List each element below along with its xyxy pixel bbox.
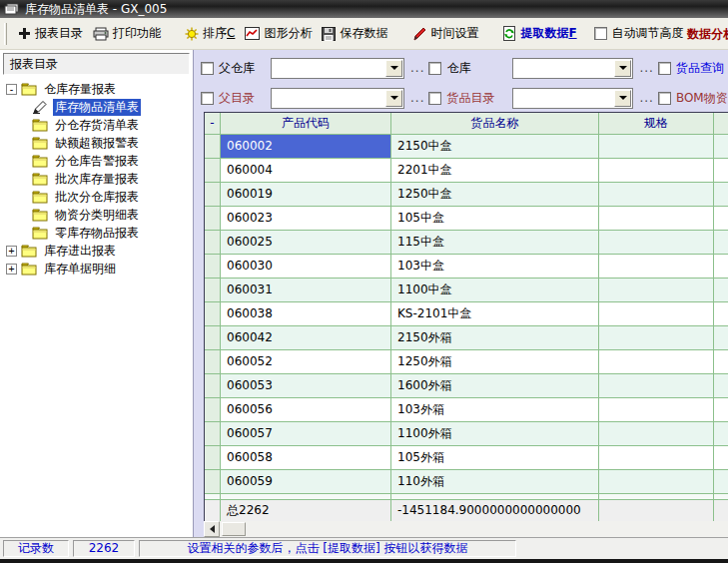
- warehouse-checkbox[interactable]: [428, 62, 441, 75]
- cell-spec[interactable]: [599, 326, 714, 350]
- cell-goods-name[interactable]: 103中盒: [391, 255, 599, 279]
- toolbar-grip[interactable]: [4, 23, 7, 45]
- auto-height-checkbox[interactable]: [594, 27, 607, 40]
- cell-spec[interactable]: [599, 135, 714, 159]
- cell-product-code[interactable]: 060002: [221, 135, 391, 159]
- goods-catalog-combo[interactable]: [512, 88, 633, 109]
- auto-height-checkbox-group[interactable]: 自动调节高度: [590, 22, 688, 45]
- cell-product-code[interactable]: 060052: [221, 350, 391, 374]
- combo-dropdown-button[interactable]: [614, 90, 631, 107]
- cell-goods-name[interactable]: 2201中盒: [391, 159, 599, 183]
- tree-leaf[interactable]: 零库存物品报表: [0, 224, 193, 242]
- tree-leaf-label[interactable]: 分仓存货清单表: [53, 117, 141, 134]
- warehouse-more-button[interactable]: ...: [639, 61, 653, 75]
- cell-goods-name[interactable]: 105外箱: [391, 446, 599, 470]
- collapse-icon[interactable]: -: [6, 84, 17, 95]
- tree-leaf-label[interactable]: 零库存物品报表: [53, 225, 141, 242]
- tree-node[interactable]: +库存单据明细: [0, 260, 193, 278]
- save-data-button[interactable]: 保存数据: [317, 22, 392, 45]
- cell-product-code[interactable]: 060004: [221, 159, 391, 183]
- tree-node-label[interactable]: 仓库存量报表: [42, 81, 118, 98]
- cell-spec[interactable]: [599, 207, 714, 231]
- cell-goods-name[interactable]: 103外箱: [391, 398, 599, 422]
- column-header-goods-name[interactable]: 货品名称: [391, 113, 599, 135]
- column-header-spec[interactable]: 规格: [599, 113, 714, 135]
- parent-warehouse-checkbox[interactable]: [201, 62, 214, 75]
- combo-dropdown-button[interactable]: [385, 90, 402, 107]
- cell-goods-name[interactable]: 105中盒: [391, 207, 599, 231]
- tree-node-label[interactable]: 库存单据明细: [42, 261, 118, 278]
- cell-spec[interactable]: [599, 446, 714, 470]
- tree-node[interactable]: -仓库存量报表: [0, 80, 193, 98]
- tree-leaf[interactable]: 批次分仓库报表: [0, 188, 193, 206]
- time-settings-button[interactable]: 时间设置: [406, 22, 483, 45]
- data-analysis-label[interactable]: 数据分析: [687, 26, 728, 43]
- tree-leaf-label[interactable]: 缺额超额报警表: [53, 135, 141, 152]
- cell-product-code[interactable]: 060025: [221, 231, 391, 255]
- tree-leaf[interactable]: 分仓库告警报表: [0, 152, 193, 170]
- parent-catalog-checkbox[interactable]: [201, 92, 214, 105]
- cell-product-code[interactable]: 060057: [221, 422, 391, 446]
- cell-goods-name[interactable]: 2150中盒: [391, 135, 599, 159]
- cell-product-code[interactable]: 060056: [221, 398, 391, 422]
- parent-warehouse-combo[interactable]: [271, 58, 404, 79]
- cell-spec[interactable]: [599, 374, 714, 398]
- tree-node-label[interactable]: 库存进出报表: [42, 243, 118, 260]
- cell-goods-name[interactable]: 1250中盒: [391, 183, 599, 207]
- parent-catalog-more-button[interactable]: ...: [410, 91, 424, 105]
- tree-leaf-label[interactable]: 物资分类明细表: [53, 207, 141, 224]
- cell-goods-name[interactable]: 1250外箱: [391, 350, 599, 374]
- tree-node[interactable]: +库存进出报表: [0, 242, 193, 260]
- cell-goods-name[interactable]: 1600外箱: [391, 374, 599, 398]
- tree-leaf[interactable]: 分仓存货清单表: [0, 116, 193, 134]
- warehouse-combo[interactable]: [512, 58, 633, 79]
- tree-leaf-label[interactable]: 批次分仓库报表: [53, 189, 141, 206]
- tree-leaf[interactable]: 批次库存量报表: [0, 170, 193, 188]
- combo-dropdown-button[interactable]: [385, 60, 402, 77]
- cell-spec[interactable]: [599, 183, 714, 207]
- cell-product-code[interactable]: 060030: [221, 255, 391, 279]
- combo-dropdown-button[interactable]: [614, 60, 631, 77]
- cell-spec[interactable]: [599, 302, 714, 326]
- tree-leaf[interactable]: 物资分类明细表: [0, 206, 193, 224]
- graph-analysis-button[interactable]: 图形分析: [240, 22, 317, 45]
- bom-checkbox[interactable]: [658, 92, 671, 105]
- cell-spec[interactable]: [599, 231, 714, 255]
- cell-goods-name[interactable]: 1100中盒: [391, 279, 599, 302]
- cell-goods-name[interactable]: 1100外箱: [391, 422, 599, 446]
- cell-spec[interactable]: [599, 350, 714, 374]
- tree-leaf-label[interactable]: 分仓库告警报表: [53, 153, 141, 170]
- cell-product-code[interactable]: 060038: [221, 302, 391, 326]
- expand-icon[interactable]: +: [6, 264, 17, 275]
- cell-product-code[interactable]: 060059: [221, 470, 391, 494]
- cell-goods-name[interactable]: 115中盒: [391, 231, 599, 255]
- cell-goods-name[interactable]: 110外箱: [391, 470, 599, 494]
- cell-product-code[interactable]: 060058: [221, 446, 391, 470]
- extract-data-button[interactable]: 提取数据F: [497, 22, 581, 45]
- parent-catalog-combo[interactable]: [271, 88, 404, 109]
- goods-catalog-more-button[interactable]: ...: [639, 91, 653, 105]
- cell-product-code[interactable]: 060023: [221, 207, 391, 231]
- cell-spec[interactable]: [599, 470, 714, 494]
- goods-catalog-checkbox[interactable]: [428, 92, 441, 105]
- parent-warehouse-more-button[interactable]: ...: [410, 61, 424, 75]
- cell-goods-name[interactable]: 2150外箱: [391, 326, 599, 350]
- cell-product-code[interactable]: 060042: [221, 326, 391, 350]
- cell-spec[interactable]: [599, 159, 714, 183]
- cell-product-code[interactable]: 060019: [221, 183, 391, 207]
- cell-spec[interactable]: [599, 279, 714, 302]
- horizontal-scrollbar[interactable]: [204, 521, 728, 537]
- tree-leaf-label[interactable]: 批次库存量报表: [53, 171, 141, 188]
- cell-product-code[interactable]: 060031: [221, 279, 391, 302]
- scroll-left-button[interactable]: [204, 521, 220, 537]
- tree-leaf-label-selected[interactable]: 库存物品清单表: [53, 99, 141, 116]
- goods-query-label[interactable]: 货品查询: [676, 60, 724, 77]
- expand-icon[interactable]: +: [6, 246, 17, 257]
- cell-spec[interactable]: [599, 255, 714, 279]
- column-header-product-code[interactable]: 产品代码: [221, 113, 391, 135]
- cell-product-code[interactable]: 060053: [221, 374, 391, 398]
- report-directory-button[interactable]: 报表目录: [13, 22, 88, 45]
- scrollbar-thumb[interactable]: [222, 522, 246, 536]
- tree-leaf[interactable]: 缺额超额报警表: [0, 134, 193, 152]
- cell-spec[interactable]: [599, 398, 714, 422]
